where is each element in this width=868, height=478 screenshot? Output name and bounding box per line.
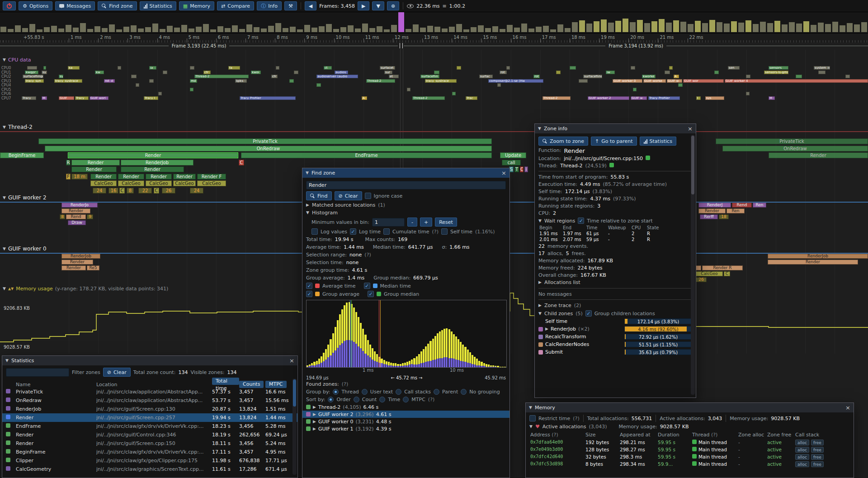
timeline-zone[interactable]: CalcGeo: [90, 180, 117, 186]
expand-icon[interactable]: ▶: [538, 303, 542, 308]
frame-strip-bar[interactable]: [87, 29, 93, 32]
frame-strip-bar[interactable]: [485, 28, 491, 32]
expand-icon[interactable]: ▶: [306, 203, 309, 207]
frame-strip[interactable]: [0, 12, 868, 33]
column-location[interactable]: Location: [96, 382, 212, 388]
statistics-titlebar[interactable]: ▼ Statistics ×: [2, 356, 297, 365]
frame-strip-bar[interactable]: [109, 24, 115, 32]
frame-strip-bar[interactable]: [0, 27, 6, 32]
cpu-zone[interactable]: fa: [228, 66, 240, 70]
cpu-zone[interactable]: sur: [384, 71, 392, 74]
frame-strip-bar[interactable]: [666, 23, 672, 32]
cpu-zone[interactable]: GUIF: [59, 96, 74, 100]
frame-strip-bar[interactable]: [572, 22, 578, 32]
column-zone-alloc[interactable]: Zone alloc: [738, 432, 767, 438]
cpu-zone[interactable]: kwgpr: [25, 71, 38, 74]
expand-icon[interactable]: ▶: [538, 280, 542, 284]
found-zone-group[interactable]: ▶GUIF worker 1(3,192)4.39 s: [302, 425, 509, 432]
cpu-zone[interactable]: [457, 66, 461, 70]
frame-strip-bar[interactable]: [369, 28, 375, 32]
collapse-icon[interactable]: ▼: [529, 406, 532, 410]
timeline-zone[interactable]: Render: [118, 174, 144, 180]
allocation-row[interactable]: 0x7e049b3d00128 bytes298.27 ms59.95 sMai…: [526, 446, 854, 453]
frame-strip-bar[interactable]: [811, 25, 816, 32]
frame-strip-bar[interactable]: [586, 24, 592, 32]
timeline-zone[interactable]: Render: [68, 152, 238, 158]
allocation-row[interactable]: 0x7dfc53d8988 bytes298.34 ms59.9...Main …: [526, 460, 854, 468]
frame-strip-bar[interactable]: [731, 21, 737, 32]
recenter-button[interactable]: ⊕: [387, 1, 399, 10]
statistics-row[interactable]: Clipperjni/../jni/src/claw/gfx/geo/Clipp…: [2, 456, 297, 465]
cpu-zone[interactable]: rot: [500, 71, 507, 74]
frame-strip-bar[interactable]: [702, 23, 708, 32]
frame-strip-bar[interactable]: [283, 28, 288, 32]
timeline-zone[interactable]: Render: [61, 265, 86, 270]
frame-strip-bar[interactable]: [709, 20, 715, 32]
search-input[interactable]: [306, 181, 506, 189]
timeline-zone[interactable]: Render F: [197, 174, 226, 180]
clear-filter-button[interactable]: ⊘Clear: [103, 368, 131, 377]
memory-titlebar[interactable]: ▼ Memory ×: [526, 403, 854, 412]
power-button[interactable]: [3, 1, 16, 10]
frame-strip-bar[interactable]: [695, 21, 701, 32]
frame-strip-bar[interactable]: [442, 28, 448, 32]
frame-strip-bar[interactable]: [528, 28, 534, 32]
scrollbar[interactable]: [691, 135, 695, 395]
zone-statistics-button[interactable]: Statistics: [640, 137, 676, 146]
frame-strip-bar[interactable]: [94, 26, 100, 32]
cpu-zone[interactable]: [497, 83, 501, 87]
timeline-zone[interactable]: OnRedraw: [722, 146, 868, 151]
frame-strip-bar[interactable]: [254, 27, 259, 32]
frame-strip-bar[interactable]: [832, 22, 838, 32]
frame-strip-bar[interactable]: [767, 23, 773, 32]
timeline-zone[interactable]: Render: [698, 208, 726, 213]
sort-by-radio[interactable]: [354, 397, 359, 402]
cpu-zone[interactable]: kwoi: [251, 71, 261, 74]
cpu-zone[interactable]: system_is: [814, 66, 830, 70]
cpu-zone[interactable]: [27, 66, 37, 70]
cpu-zone[interactable]: composer@2.1-se (Hw: [488, 79, 543, 83]
found-zone-group[interactable]: ▶GUIF worker 0(3,231)4.48 s: [302, 418, 509, 425]
close-icon[interactable]: ×: [289, 358, 294, 364]
cpu-zone[interactable]: [556, 71, 561, 74]
go-to-parent-button[interactable]: ↑Go to parent: [591, 137, 637, 146]
frame-strip-bar[interactable]: [377, 26, 382, 32]
timeline-zone[interactable]: Rend: [732, 203, 752, 208]
cpu-zone[interactable]: surfacet: [380, 66, 395, 70]
timeline-zone[interactable]: CalcGeo: [146, 180, 172, 186]
found-zone-group[interactable]: ▶Thread-2(4,105)6.46 s: [302, 403, 509, 411]
frame-strip-bar[interactable]: [123, 27, 129, 32]
cpu-zone[interactable]: [570, 66, 576, 70]
timeline-zone[interactable]: RenderJ: [698, 203, 731, 208]
cpu-zone[interactable]: surfaceflin: [420, 75, 439, 78]
cpu-zone[interactable]: [633, 88, 637, 91]
frame-strip-bar[interactable]: [500, 29, 505, 32]
column-mtpc[interactable]: MTPC: [265, 381, 287, 388]
close-icon[interactable]: ×: [845, 405, 850, 411]
cpu-zone[interactable]: sy: [42, 71, 47, 74]
timeline-zone[interactable]: 18: [719, 214, 729, 219]
column-address[interactable]: Address: [530, 432, 550, 438]
cpu-zone[interactable]: Tracy I: [144, 96, 158, 100]
cpu-zone[interactable]: ct: [324, 66, 332, 70]
statistics-row[interactable]: Renderjni/../jni/src/guif/Screen.cpp:257…: [2, 413, 297, 422]
frame-strip-bar[interactable]: [239, 29, 245, 32]
frame-strip-bar[interactable]: [557, 24, 563, 32]
statistics-row[interactable]: OnRedrawjni/../jni/src/claw/application/…: [2, 396, 297, 405]
timeline-zone[interactable]: Render: [146, 174, 172, 180]
frame-strip-bar[interactable]: [189, 28, 194, 32]
cpu-zone[interactable]: surfac: [479, 75, 493, 78]
timeline-zone[interactable]: T: [514, 166, 519, 172]
cpu-zone[interactable]: [289, 79, 294, 83]
cpu-zone[interactable]: M: [42, 96, 47, 100]
frame-strip-bar[interactable]: [623, 19, 628, 32]
cpu-zone[interactable]: audios: [335, 71, 348, 74]
frame-strip-bar[interactable]: [413, 24, 419, 32]
frame-strip-bar[interactable]: [608, 23, 614, 32]
cpu-zone[interactable]: [131, 75, 137, 78]
timeline-zone[interactable]: Re5: [87, 265, 99, 270]
frame-strip-bar[interactable]: [58, 28, 64, 32]
cpu-zone[interactable]: iw: [606, 71, 615, 74]
frame-strip-bar[interactable]: [847, 23, 853, 32]
frame-strip-bar[interactable]: [782, 24, 788, 32]
